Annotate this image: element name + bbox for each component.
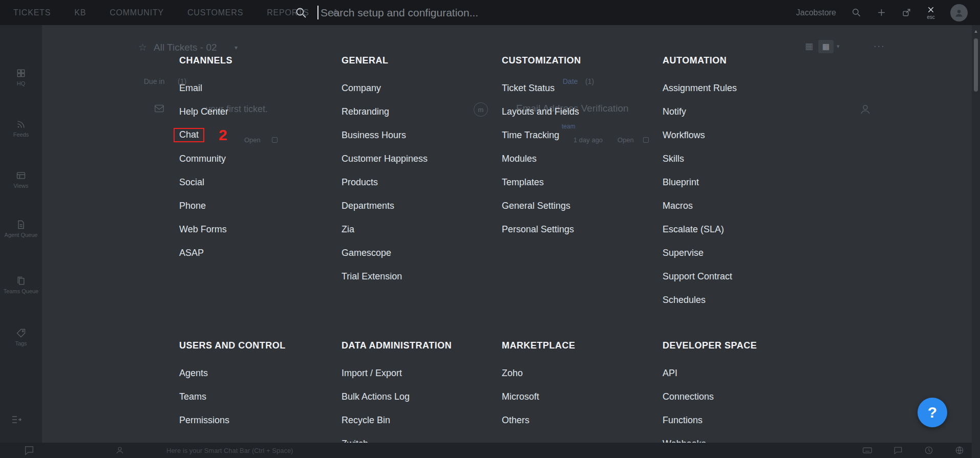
menu-item-modules[interactable]: Modules (502, 147, 655, 170)
text-cursor (317, 6, 318, 19)
bottom-chat-bar: Here is your Smart Chat Bar (Ctrl + Spac… (0, 443, 972, 458)
sidebar-item-hq[interactable]: HQ (0, 68, 42, 86)
agent-queue-icon (16, 220, 26, 230)
sidebar-item-feeds[interactable]: Feeds (0, 119, 42, 138)
menu-item-microsoft[interactable]: Microsoft (502, 385, 655, 408)
sidebar-item-tags[interactable]: Tags (0, 328, 42, 346)
menu-item-blueprint[interactable]: Blueprint (663, 170, 816, 194)
menu-item-departments[interactable]: Departments (342, 194, 495, 217)
sidebar-item-teams-queue[interactable]: Teams Queue (0, 276, 42, 294)
menu-item-zia[interactable]: Zia (342, 217, 495, 241)
nav-item-community[interactable]: COMMUNITY (110, 8, 164, 17)
menu-item-social[interactable]: Social (179, 170, 333, 194)
menu-item-chat[interactable]: Chat 2 (179, 123, 333, 147)
menu-item-support-contract[interactable]: Support Contract (663, 265, 816, 288)
menu-section-general: GENERAL Company Rebranding Business Hour… (342, 49, 495, 288)
menu-item-macros[interactable]: Macros (663, 194, 816, 217)
share-icon[interactable] (902, 8, 911, 17)
menu-item-templates[interactable]: Templates (502, 170, 655, 194)
top-navigation-bar: TICKETS KB COMMUNITY CUSTOMERS REPORTS A… (0, 0, 980, 25)
menu-item-skills[interactable]: Skills (663, 147, 816, 170)
org-name[interactable]: Jacobstore (796, 8, 836, 17)
keyboard-icon[interactable] (862, 445, 872, 455)
menu-item-company[interactable]: Company (342, 76, 495, 100)
menu-item-asap[interactable]: ASAP (179, 241, 333, 265)
group-due-in-label: Due in (144, 77, 164, 85)
menu-item-assignment-rules[interactable]: Assignment Rules (663, 76, 816, 100)
menu-item-connections[interactable]: Connections (663, 385, 816, 408)
menu-item-import-export[interactable]: Import / Export (342, 361, 495, 385)
nav-item-customers[interactable]: CUSTOMERS (187, 8, 243, 17)
sidebar-item-views[interactable]: Views (0, 170, 42, 189)
menu-item-products[interactable]: Products (342, 170, 495, 194)
menu-item-teams[interactable]: Teams (179, 385, 333, 408)
chat-bubble-icon[interactable] (893, 445, 903, 455)
menu-item-rebranding[interactable]: Rebranding (342, 100, 495, 123)
more-options: ... (874, 38, 885, 50)
section-title: DEVELOPER SPACE (663, 334, 816, 357)
menu-item-bulk-actions-log[interactable]: Bulk Actions Log (342, 385, 495, 408)
chat-widget-icon[interactable] (24, 445, 35, 456)
sidebar-item-label: Feeds (0, 132, 42, 138)
menu-item-permissions[interactable]: Permissions (179, 408, 333, 432)
star-icon: ☆ (138, 41, 147, 53)
menu-item-phone[interactable]: Phone (179, 194, 333, 217)
help-button[interactable]: ? (918, 398, 947, 427)
menu-item-layouts-and-fields[interactable]: Layouts and Fields (502, 100, 655, 123)
contact-person-icon[interactable] (115, 446, 124, 455)
sidebar-item-label: Tags (0, 340, 42, 346)
menu-item-email[interactable]: Email (179, 76, 333, 100)
menu-item-schedules[interactable]: Schedules (663, 288, 816, 312)
menu-item-community[interactable]: Community (179, 147, 333, 170)
menu-item-general-settings[interactable]: General Settings (502, 194, 655, 217)
section-title: GENERAL (342, 49, 495, 72)
menu-section-developer-space: DEVELOPER SPACE API Connections Function… (663, 334, 816, 455)
views-icon (16, 170, 26, 181)
menu-item-workflows[interactable]: Workflows (663, 123, 816, 147)
menu-item-others[interactable]: Others (502, 408, 655, 432)
menu-item-personal-settings[interactable]: Personal Settings (502, 217, 655, 241)
menu-item-escalate-sla[interactable]: Escalate (SLA) (663, 217, 816, 241)
menu-item-zoho[interactable]: Zoho (502, 361, 655, 385)
teams-queue-icon (16, 276, 26, 286)
menu-item-functions[interactable]: Functions (663, 408, 816, 432)
sidebar-item-label: Views (0, 183, 42, 189)
scrollbar-thumb[interactable] (974, 38, 978, 92)
nav-item-kb[interactable]: KB (74, 8, 86, 17)
section-title: DATA ADMINISTRATION (342, 334, 495, 357)
zoho-desk-setup-overlay: ☆ All Tickets - 02 ▾ ▦ ▦ ▾ ... Due in (1… (0, 0, 980, 458)
menu-section-marketplace: MARKETPLACE Zoho Microsoft Others (502, 334, 655, 432)
setup-search-input[interactable]: Search setup and configuration... (295, 0, 478, 25)
scroll-up-arrow-icon[interactable]: ▲ (972, 29, 980, 34)
close-icon (927, 6, 935, 14)
menu-item-supervise[interactable]: Supervise (663, 241, 816, 265)
menu-section-users-and-control: USERS AND CONTROL Agents Teams Permissio… (179, 334, 333, 432)
esc-label: esc (927, 14, 935, 20)
vertical-scrollbar[interactable]: ▲ (972, 25, 980, 458)
history-clock-icon[interactable] (924, 445, 934, 455)
close-overlay-button[interactable]: esc (927, 6, 935, 20)
menu-item-business-hours[interactable]: Business Hours (342, 123, 495, 147)
bottom-bar-right-icons (862, 445, 965, 455)
search-icon[interactable] (851, 8, 861, 17)
menu-item-gamescope[interactable]: Gamescope (342, 241, 495, 265)
hq-grid-icon (16, 68, 26, 78)
menu-item-help-center[interactable]: Help Center (179, 100, 333, 123)
menu-item-notify[interactable]: Notify (663, 100, 816, 123)
globe-icon[interactable] (954, 445, 965, 455)
nav-item-tickets[interactable]: TICKETS (13, 8, 51, 17)
menu-item-web-forms[interactable]: Web Forms (179, 217, 333, 241)
sidebar-collapse-button[interactable] (10, 413, 23, 426)
sidebar-item-agent-queue[interactable]: Agent Queue (0, 220, 42, 238)
add-new-icon[interactable] (877, 8, 886, 17)
menu-item-api[interactable]: API (663, 361, 816, 385)
chevron-down-icon: ▾ (837, 43, 840, 50)
envelope-icon (154, 103, 165, 114)
menu-item-customer-happiness[interactable]: Customer Happiness (342, 147, 495, 170)
menu-item-recycle-bin[interactable]: Recycle Bin (342, 408, 495, 432)
menu-item-trial-extension[interactable]: Trial Extension (342, 265, 495, 288)
menu-item-agents[interactable]: Agents (179, 361, 333, 385)
user-avatar[interactable] (950, 4, 968, 21)
menu-item-time-tracking[interactable]: Time Tracking (502, 123, 655, 147)
menu-item-ticket-status[interactable]: Ticket Status (502, 76, 655, 100)
